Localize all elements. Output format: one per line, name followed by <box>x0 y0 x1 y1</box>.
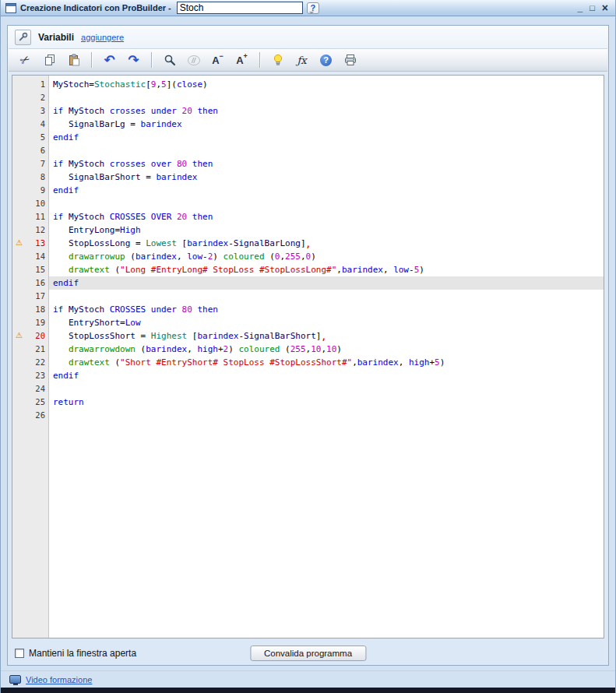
copy-button[interactable] <box>40 51 58 69</box>
minimize-button[interactable]: _ <box>577 2 583 13</box>
code-line[interactable]: 1MyStoch=Stochastic[9,5](close) <box>12 78 604 91</box>
code-line[interactable]: 6 <box>12 144 604 157</box>
code-line[interactable]: 2 <box>12 91 604 104</box>
code-line[interactable]: 7if MyStoch crosses over 80 then <box>12 157 604 171</box>
code-line[interactable]: 24 <box>12 382 604 396</box>
code-line[interactable]: 16endif <box>12 276 604 290</box>
code-line[interactable]: 3if MyStoch crosses under 20 then <box>12 104 604 118</box>
font-decrease-button[interactable]: A− <box>209 51 227 69</box>
titlebar[interactable]: Creazione Indicatori con ProBuilder - ? … <box>1 0 615 16</box>
line-number: 14 <box>26 250 49 263</box>
font-increase-icon: A+ <box>236 54 248 66</box>
gutter-spacer <box>12 210 26 223</box>
font-decrease-icon: A− <box>212 54 224 66</box>
code-lines: 1MyStoch=Stochastic[9,5](close)23if MySt… <box>12 76 604 422</box>
gutter-spacer <box>12 409 26 422</box>
close-button[interactable]: × <box>602 2 608 13</box>
insert-function-button[interactable]: ƒx <box>293 51 311 69</box>
help-bubble-icon[interactable]: ? <box>307 2 319 14</box>
code-line[interactable]: 14 drawarrowup (barindex, low-2) coloure… <box>12 250 604 263</box>
line-gutter: 25 <box>12 396 49 409</box>
code-line[interactable]: 5endif <box>12 131 604 144</box>
cut-button[interactable]: ✂ <box>16 51 34 69</box>
code-line[interactable]: ⚠13 StopLossLong = Lowest [barindex-Sign… <box>12 237 604 250</box>
gutter-spacer <box>12 263 26 276</box>
code-line[interactable]: 21 drawarrowdown (barindex, high+2) colo… <box>12 343 604 356</box>
variables-bar: Variabili aggiungere <box>8 26 608 47</box>
code-text <box>49 409 604 422</box>
line-number: 11 <box>26 210 49 223</box>
code-text: endif <box>49 184 604 197</box>
code-line[interactable]: 12 EntryLong=High <box>12 223 604 237</box>
add-variable-link[interactable]: aggiungere <box>81 33 124 42</box>
line-number: 1 <box>26 78 49 91</box>
code-text: SignalBarLg = barindex <box>49 118 604 131</box>
undo-button[interactable]: ↶ <box>100 51 118 69</box>
code-text: drawtext ("Long #EntryLong# StopLoss #St… <box>49 263 604 276</box>
line-number: 5 <box>26 131 49 144</box>
gutter-spacer <box>12 223 26 237</box>
gutter-spacer <box>12 303 26 316</box>
line-number: 21 <box>26 343 49 356</box>
gutter-spacer <box>12 157 26 171</box>
gutter-spacer <box>12 356 26 369</box>
warning-icon[interactable]: ⚠ <box>12 237 26 250</box>
validate-program-button[interactable]: Convalida programma <box>250 646 366 661</box>
variables-label: Variabili <box>38 32 74 43</box>
line-gutter: 3 <box>12 104 49 118</box>
code-line[interactable]: 19 EntryShort=Low <box>12 316 604 329</box>
search-button[interactable] <box>160 51 178 69</box>
line-gutter: 1 <box>12 78 49 91</box>
line-number: 12 <box>26 223 49 237</box>
font-increase-button[interactable]: A+ <box>233 51 251 69</box>
gutter-spacer <box>12 250 26 263</box>
line-gutter: 5 <box>12 131 49 144</box>
code-line[interactable]: 18if MyStoch CROSSES under 80 then <box>12 303 604 316</box>
code-text: if MyStoch CROSSES OVER 20 then <box>49 210 604 223</box>
warning-icon[interactable]: ⚠ <box>12 329 26 343</box>
indicator-name-input[interactable] <box>177 2 303 14</box>
code-line[interactable]: 10 <box>12 197 604 210</box>
print-button[interactable] <box>341 51 359 69</box>
paste-button[interactable] <box>65 51 83 69</box>
code-editor[interactable]: 1MyStoch=Stochastic[9,5](close)23if MySt… <box>12 75 604 638</box>
line-number: 10 <box>26 197 49 210</box>
code-line[interactable]: 22 drawtext ("Short #EntryShort# StopLos… <box>12 356 604 369</box>
code-text: return <box>49 396 604 409</box>
line-number: 20 <box>26 329 49 343</box>
line-gutter: 11 <box>12 210 49 223</box>
line-gutter: 23 <box>12 369 49 382</box>
redo-button[interactable]: ↷ <box>125 51 143 69</box>
window-body: Variabili aggiungere ✂↶↷//A−A+ƒx? 1MySto… <box>1 16 615 670</box>
code-line[interactable]: 17 <box>12 290 604 303</box>
code-line[interactable]: ⚠20 StopLossShort = Highest [barindex-Si… <box>12 329 604 343</box>
code-line[interactable]: 25return <box>12 396 604 409</box>
window-controls: _ □ × <box>577 2 611 13</box>
help-button[interactable]: ? <box>317 51 335 69</box>
code-text: if MyStoch crosses under 20 then <box>49 104 604 118</box>
code-line[interactable]: 15 drawtext ("Long #EntryLong# StopLoss … <box>12 263 604 276</box>
line-gutter: 16 <box>12 276 49 290</box>
gutter-spacer <box>12 343 26 356</box>
code-line[interactable]: 11if MyStoch CROSSES OVER 20 then <box>12 210 604 223</box>
code-line[interactable]: 8 SignalBarShort = barindex <box>12 171 604 184</box>
line-number: 24 <box>26 382 49 396</box>
hint-button[interactable] <box>269 51 287 69</box>
code-text: EntryShort=Low <box>49 316 604 329</box>
keep-open-checkbox[interactable] <box>15 649 24 658</box>
video-training-link[interactable]: Video formazione <box>26 675 92 684</box>
code-line[interactable]: 23endif <box>12 369 604 382</box>
comment-button[interactable]: // <box>185 51 202 69</box>
code-text <box>49 144 604 157</box>
gutter-spacer <box>12 316 26 329</box>
code-text: endif <box>49 131 604 144</box>
code-line[interactable]: 26 <box>12 409 604 422</box>
variables-tool-button[interactable] <box>15 30 31 45</box>
maximize-button[interactable]: □ <box>590 2 595 13</box>
code-line[interactable]: 9endif <box>12 184 604 197</box>
line-gutter: 14 <box>12 250 49 263</box>
gutter-spacer <box>12 78 26 91</box>
code-line[interactable]: 4 SignalBarLg = barindex <box>12 118 604 131</box>
undo-icon: ↶ <box>104 54 114 67</box>
line-number: 23 <box>26 369 49 382</box>
